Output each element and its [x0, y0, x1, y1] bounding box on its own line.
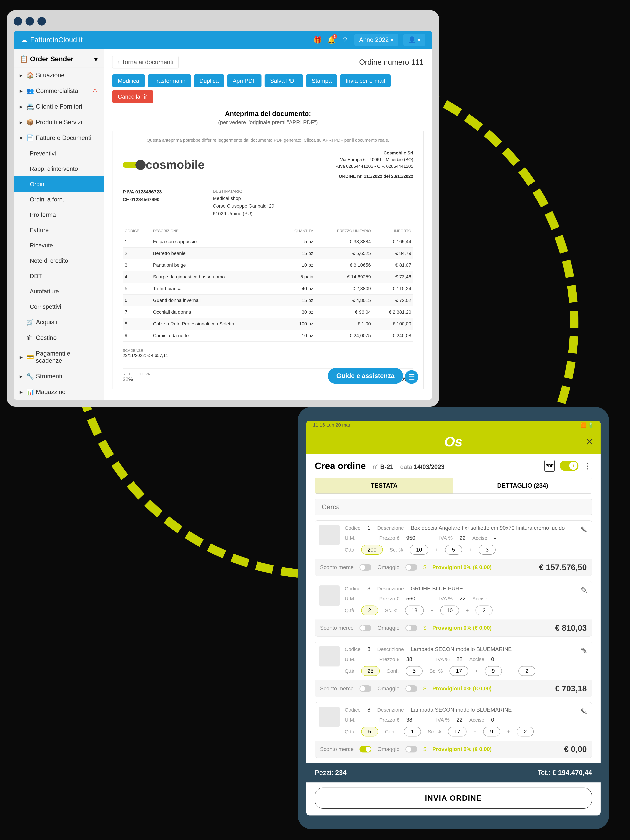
discount-pill[interactable]: 2 — [476, 606, 493, 615]
bell-badge: 1 — [332, 34, 337, 39]
close-icon[interactable]: ✕ — [585, 436, 594, 448]
action-button[interactable]: Modifica — [112, 74, 145, 87]
sidebar-subitem[interactable]: Rapp. d'intervento — [14, 161, 104, 177]
order-date: data 14/03/2023 — [400, 463, 444, 471]
sidebar-item[interactable]: ▸📇Clienti e Fornitori — [14, 99, 104, 114]
action-button[interactable]: Salva PDF — [265, 74, 303, 87]
table-row: 4Scarpe da ginnastica basse uomo5 paia€ … — [123, 271, 413, 283]
send-order-button[interactable]: INVIA ORDINE — [315, 788, 592, 808]
sidebar-item[interactable]: 🛒Acquisti — [14, 314, 104, 330]
brand[interactable]: ☁ FattureinCloud.it — [20, 36, 82, 44]
search-input[interactable] — [315, 499, 592, 515]
year-selector[interactable]: Anno 2022 ▾ — [354, 34, 398, 46]
order-bar: Crea ordine n° B-21 data 14/03/2023 PDF … — [306, 454, 600, 478]
sidebar-item[interactable]: ▾📄Fatture e Documenti — [14, 130, 104, 146]
window-dot[interactable] — [38, 17, 46, 25]
tablet-frame: 11:16 Lun 20 mar📶 🔋 Os ✕ Crea ordine n° … — [298, 407, 609, 829]
discount-toggle[interactable] — [359, 685, 372, 692]
gift-toggle[interactable] — [405, 625, 417, 631]
sender-info: P.IVA 0123456723 CF 01234567890 — [123, 188, 162, 218]
bell-icon[interactable]: 🔔1 — [327, 36, 335, 44]
discount-toggle[interactable] — [359, 625, 372, 631]
currency-toggle[interactable] — [560, 461, 578, 471]
sidebar-subitem[interactable]: Note di credito — [14, 253, 104, 268]
discount-pill[interactable]: 17 — [448, 727, 467, 736]
sidebar-subitem[interactable]: Corrispettivi — [14, 299, 104, 314]
sidebar-item[interactable]: 🗑Cestino — [14, 330, 104, 346]
edit-icon[interactable]: ✎ — [581, 707, 587, 717]
discount-toggle[interactable] — [359, 746, 372, 753]
help-fab[interactable]: ☰ — [405, 370, 418, 384]
sidebar-subitem[interactable]: Ricevute — [14, 238, 104, 253]
order-title: Crea ordine — [315, 460, 366, 471]
help-button[interactable]: Guide e assistenza — [328, 368, 403, 384]
qty-input[interactable]: 5 — [361, 727, 378, 736]
discount-toggle[interactable] — [359, 564, 372, 571]
logo-mark — [123, 162, 143, 168]
user-menu[interactable]: 👤 ▾ — [403, 34, 425, 46]
product-list: Codice1DescrizioneBox doccia Angolare fi… — [306, 520, 600, 758]
discount-pill[interactable]: 2 — [517, 727, 534, 736]
discount-pill[interactable]: 9 — [485, 666, 502, 676]
discount-pill[interactable]: 18 — [405, 606, 424, 615]
gift-toggle[interactable] — [405, 564, 417, 571]
discount-pill[interactable]: 10 — [410, 545, 428, 554]
action-button[interactable]: Trasforma in — [148, 74, 191, 87]
discount-pill[interactable]: 3 — [479, 545, 496, 554]
sidebar-subitem[interactable]: Fatture — [14, 223, 104, 238]
gift-icon[interactable]: 🎁 — [313, 36, 322, 44]
conf-pill[interactable]: 1 — [404, 727, 421, 736]
sidebar-subitem[interactable]: Ordini — [14, 177, 104, 192]
action-button[interactable]: Duplica — [194, 74, 224, 87]
tab-detail[interactable]: DETTAGLIO (234) — [454, 478, 592, 493]
sidebar-subitem[interactable]: DDT — [14, 268, 104, 284]
sidebar-header[interactable]: 📋 Order Sender▾ — [14, 51, 104, 68]
sidebar-item[interactable]: ▸🔧Strumenti — [14, 368, 104, 384]
sidebar-item[interactable]: ▸📊Magazzino — [14, 384, 104, 400]
sidebar-item[interactable]: ▸💳Pagamenti e scadenze — [14, 346, 104, 368]
delete-button[interactable]: Cancella 🗑 — [112, 90, 153, 103]
action-button[interactable]: Stampa — [306, 74, 337, 87]
sidebar-subitem[interactable]: Ordini a forn. — [14, 192, 104, 207]
discount-pill[interactable]: 17 — [449, 666, 468, 676]
gift-toggle[interactable] — [405, 685, 417, 692]
qty-input[interactable]: 200 — [361, 545, 383, 554]
document-title: Ordine numero 111 — [359, 58, 424, 66]
sidebar-subitem[interactable]: Autofatture — [14, 284, 104, 299]
discount-pill[interactable]: 9 — [483, 727, 500, 736]
table-row: 5T-shirt bianca40 pz€ 2,8809€ 115,24 — [123, 283, 413, 294]
sidebar-item[interactable]: ▸🏠Situazione — [14, 68, 104, 83]
action-button[interactable]: Invia per e-mail — [340, 74, 391, 87]
topbar: ☁ FattureinCloud.it 🎁 🔔1 ? Anno 2022 ▾ 👤… — [14, 31, 432, 49]
gift-toggle[interactable] — [405, 746, 417, 753]
back-button[interactable]: ‹ Torna ai documenti — [112, 56, 179, 68]
sidebar-item[interactable]: ▸📦Prodotti e Servizi — [14, 114, 104, 130]
recipient-info: DESTINATARIO Medical shop Corso Giuseppe… — [213, 188, 274, 218]
product-image — [319, 586, 340, 606]
pdf-icon[interactable]: PDF — [545, 460, 554, 472]
conf-pill[interactable]: 5 — [406, 666, 423, 676]
company-logo: cosmobile — [123, 150, 205, 180]
discount-pill[interactable]: 2 — [518, 666, 536, 676]
edit-icon[interactable]: ✎ — [581, 646, 587, 656]
more-menu-icon[interactable]: ⋮ — [584, 461, 592, 471]
sidebar-subitem[interactable]: Preventivi — [14, 146, 104, 161]
discount-pill[interactable]: 10 — [440, 606, 459, 615]
table-row: 3Pantaloni beige10 pz€ 8,10656€ 81,07 — [123, 259, 413, 271]
tab-header[interactable]: TESTATA — [315, 478, 454, 493]
edit-icon[interactable]: ✎ — [581, 525, 587, 535]
window-dot[interactable] — [25, 17, 34, 25]
app-header: Os ✕ — [306, 429, 600, 454]
qty-input[interactable]: 2 — [361, 606, 378, 615]
discount-pill[interactable]: 5 — [445, 545, 462, 554]
sidebar-subitem[interactable]: Pro forma — [14, 207, 104, 223]
table-row: 8Calze a Rete Professionali con Soletta1… — [123, 318, 413, 330]
action-button[interactable]: Apri PDF — [227, 74, 261, 87]
sidebar: 📋 Order Sender▾ ▸🏠Situazione▸👥Commercial… — [14, 49, 104, 400]
line-total: € 0,00 — [564, 744, 587, 754]
help-icon[interactable]: ? — [341, 36, 349, 44]
qty-input[interactable]: 25 — [361, 666, 380, 676]
sidebar-item[interactable]: ▸👥Commercialista⚠ — [14, 83, 104, 99]
edit-icon[interactable]: ✎ — [581, 586, 587, 595]
window-dot[interactable] — [14, 17, 22, 25]
